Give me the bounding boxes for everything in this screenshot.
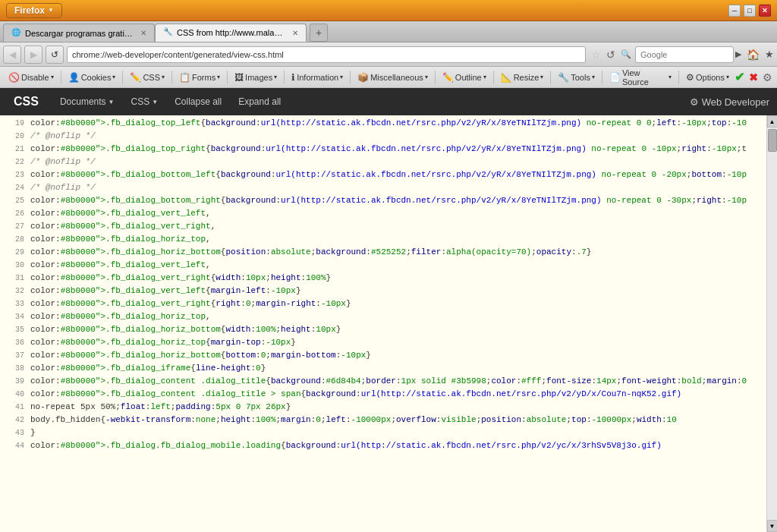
- code-line: 32color:#8b0000">.fb_dialog_vert_left{ma…: [0, 285, 766, 297]
- line-number: 34: [3, 311, 24, 323]
- maximize-button[interactable]: □: [744, 5, 756, 17]
- scrollbar-thumb[interactable]: [768, 129, 777, 152]
- search-go-icon[interactable]: ▶: [735, 49, 741, 59]
- check-icon[interactable]: ✔: [735, 70, 744, 84]
- dev-tools[interactable]: 🔧 Tools▾: [554, 71, 599, 84]
- collapse-all-button[interactable]: Collapse all: [167, 93, 229, 110]
- line-content: /* @noflip */: [30, 130, 96, 142]
- dev-css-label: CSS: [143, 73, 160, 82]
- code-line: 21color:#8b0000">.fb_dialog_top_right{ba…: [0, 143, 766, 156]
- dev-information[interactable]: ℹ Information▾: [288, 71, 347, 84]
- expand-all-button[interactable]: Expand all: [231, 93, 288, 110]
- code-line: 26color:#8b0000">.fb_dialog_vert_left,: [0, 207, 766, 220]
- tab-favicon-1: 🌐: [11, 28, 20, 39]
- close-button[interactable]: ✕: [759, 5, 771, 17]
- scrollbar[interactable]: ▲ ▼: [766, 115, 777, 532]
- search-input[interactable]: [635, 46, 734, 63]
- options-icon: ⚙: [686, 72, 694, 83]
- code-line: 27color:#8b0000">.fb_dialog_vert_right,: [0, 220, 766, 233]
- line-number: 19: [3, 118, 24, 130]
- web-developer-label: ⚙ Web Developer: [690, 96, 769, 108]
- firefox-menu-button[interactable]: Firefox: [6, 3, 62, 18]
- dev-outline-label: Outline: [455, 73, 482, 82]
- code-line: 31color:#8b0000">.fb_dialog_vert_right{w…: [0, 272, 766, 285]
- line-number: 38: [3, 363, 24, 375]
- minimize-button[interactable]: ─: [728, 5, 741, 17]
- dev-forms[interactable]: 📋 Forms▾: [175, 71, 224, 84]
- dev-images[interactable]: 🖼 Images▾: [231, 71, 281, 84]
- dev-sep-6: [350, 71, 351, 84]
- line-number: 35: [3, 324, 24, 336]
- tab-label-1: Descargar programas gratis, software ...: [25, 29, 133, 38]
- scrollbar-up[interactable]: ▲: [767, 115, 778, 127]
- dev-sep-7: [435, 71, 436, 84]
- resize-icon: 📐: [501, 72, 512, 83]
- line-number: 25: [3, 195, 24, 207]
- settings-icon[interactable]: ⚙: [763, 71, 772, 83]
- forward-button[interactable]: ▶: [24, 46, 42, 64]
- line-content: color:#8b0000">.fb_dialog_horiz_bottom{b…: [30, 349, 371, 361]
- scrollbar-down[interactable]: ▼: [767, 520, 778, 532]
- tab-close-2[interactable]: ✕: [292, 29, 298, 37]
- tab-close-1[interactable]: ✕: [140, 29, 146, 37]
- dev-misc-label: Miscellaneous: [370, 73, 423, 82]
- code-line: 20/* @noflip */: [0, 130, 766, 143]
- code-line: 33color:#8b0000">.fb_dialog_vert_right{r…: [0, 297, 766, 310]
- dev-cookies[interactable]: 👤 Cookies▾: [64, 71, 120, 84]
- tab-1[interactable]: 🌐 Descargar programas gratis, software .…: [3, 24, 155, 42]
- dev-sep-2: [122, 71, 123, 84]
- line-content: color:#8b0000">.fb_dialog_vert_right{wid…: [30, 272, 331, 284]
- home-button[interactable]: 🏠: [744, 49, 762, 61]
- disable-icon: 🚫: [8, 72, 20, 83]
- css-menu[interactable]: CSS: [124, 93, 166, 110]
- new-tab-button[interactable]: +: [310, 24, 328, 42]
- line-content: color:#8b0000">.fb_dialog_horiz_bottom{p…: [30, 246, 591, 258]
- x-icon[interactable]: ✖: [749, 71, 758, 83]
- developer-toolbar: 🚫 Disable▾ 👤 Cookies▾ ✏️ CSS▾ 📋 Forms▾ 🖼…: [0, 67, 777, 88]
- url-bar[interactable]: [67, 46, 586, 63]
- search-container: 🔍 ▶: [618, 46, 741, 63]
- code-line: 22/* @noflip */: [0, 156, 766, 168]
- back-button[interactable]: ◀: [3, 46, 21, 64]
- dev-miscellaneous[interactable]: 📦 Miscellaneous▾: [354, 71, 432, 84]
- css-toolbar: CSS Documents CSS Collapse all Expand al…: [0, 88, 777, 115]
- dev-resize[interactable]: 📐 Resize▾: [497, 71, 548, 84]
- window-controls: ─ □ ✕: [728, 5, 771, 17]
- dev-sep-10: [602, 71, 602, 84]
- line-content: color:#8b0000">.fb_dialog_horiz_bottom{w…: [30, 323, 341, 335]
- documents-menu[interactable]: Documents: [52, 93, 122, 110]
- forms-icon: 📋: [179, 72, 190, 83]
- line-content: color:#8b0000">.fb_dialog_top_left{backg…: [30, 117, 747, 129]
- line-number: 23: [3, 169, 24, 181]
- line-number: 20: [3, 131, 24, 143]
- search-engine-icon: 🔍: [618, 49, 634, 59]
- dev-viewsource[interactable]: 📄 View Source▾: [606, 67, 675, 88]
- line-number: 28: [3, 234, 24, 246]
- dev-css[interactable]: ✏️ CSS▾: [126, 71, 168, 84]
- viewsource-icon: 📄: [609, 72, 621, 83]
- bookmark-star-icon[interactable]: ☆: [589, 49, 603, 61]
- line-content: }: [30, 427, 36, 439]
- code-line: 30color:#8b0000">.fb_dialog_vert_left,: [0, 259, 766, 272]
- bookmark-icon[interactable]: ★: [765, 49, 774, 60]
- tab-2[interactable]: 🔧 CSS from http://www.malavida.com/ ✕: [155, 24, 307, 42]
- refresh-button[interactable]: ↺: [46, 46, 64, 64]
- dev-disable[interactable]: 🚫 Disable▾: [5, 71, 58, 84]
- code-line: 23color:#8b0000">.fb_dialog_bottom_left{…: [0, 168, 766, 181]
- line-content: color:#8b0000">.fb_dialog_iframe{line-he…: [30, 362, 266, 374]
- dev-options[interactable]: ⚙ Options▾: [682, 71, 733, 84]
- line-number: 26: [3, 208, 24, 220]
- line-content: /* @noflip */: [30, 181, 96, 194]
- line-number: 43: [3, 427, 24, 439]
- css-icon: ✏️: [130, 72, 141, 83]
- dev-sep-4: [227, 71, 228, 84]
- cookies-icon: 👤: [68, 72, 80, 83]
- code-area[interactable]: 19color:#8b0000">.fb_dialog_top_left{bac…: [0, 115, 766, 532]
- line-content: color:#8b0000">.fb_dialog.fb_dialog_mobi…: [30, 439, 662, 452]
- tab-bar: 🌐 Descargar programas gratis, software .…: [0, 21, 777, 42]
- dev-resize-label: Resize: [514, 73, 539, 82]
- line-content: color:#8b0000">.fb_dialog_content .dialo…: [30, 388, 681, 400]
- line-content: color:#8b0000">.fb_dialog_bottom_right{b…: [30, 194, 747, 206]
- dev-forms-label: Forms: [192, 73, 215, 82]
- dev-outline[interactable]: ✏️ Outline▾: [439, 71, 490, 84]
